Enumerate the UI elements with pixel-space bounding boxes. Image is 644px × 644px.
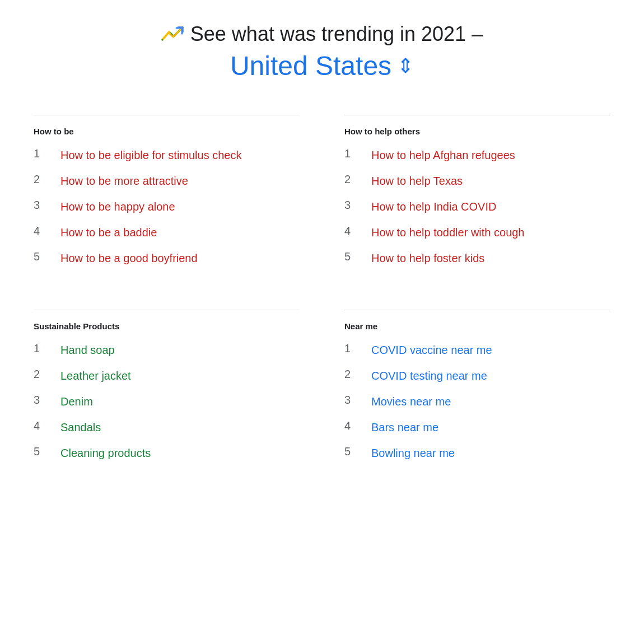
category-title-sustainable: Sustainable Products [34,321,300,331]
trend-rank: 2 [34,173,45,186]
list-item[interactable]: 5How to help foster kids [344,250,610,266]
trend-label: Bars near me [371,419,438,435]
list-item[interactable]: 1COVID vaccine near me [344,342,610,358]
list-item[interactable]: 3Movies near me [344,394,610,409]
list-item[interactable]: 2How to help Texas [344,173,610,189]
list-item[interactable]: 4Sandals [34,419,300,435]
trend-label: Denim [60,394,93,409]
trend-rank: 4 [34,419,45,432]
trend-rank: 1 [34,342,45,355]
trend-rank: 5 [34,250,45,263]
trend-rank: 5 [344,250,356,263]
trend-rank: 2 [344,173,356,186]
list-item[interactable]: 2How to be more attractive [34,173,300,189]
list-item[interactable]: 4How to be a baddie [34,225,300,240]
category-title-how-to-be: How to be [34,127,300,136]
trend-label: COVID testing near me [371,368,487,384]
trend-rank: 3 [34,199,45,212]
trend-label: Cleaning products [60,445,151,461]
trend-label: Hand soap [60,342,115,358]
trend-label: Bowling near me [371,445,455,461]
trend-rank: 4 [344,419,356,432]
category-sustainable: Sustainable Products1Hand soap2Leather j… [34,310,300,471]
trend-rank: 3 [34,394,45,407]
list-item[interactable]: 5Bowling near me [344,445,610,461]
trend-label: How to be eligible for stimulus check [60,147,241,163]
trend-rank: 2 [34,368,45,381]
trend-list-how-to-help: 1How to help Afghan refugees2How to help… [344,147,610,266]
trend-label: How to help India COVID [371,199,496,214]
location-selector[interactable]: United States ⇕ [161,50,483,81]
list-item[interactable]: 2Leather jacket [34,368,300,384]
trend-rank: 5 [344,445,356,458]
category-near-me: Near me1COVID vaccine near me2COVID test… [344,310,610,471]
trend-rank: 4 [344,225,356,237]
trend-label: How to be a good boyfriend [60,250,198,266]
trend-rank: 3 [344,199,356,212]
list-item[interactable]: 3Denim [34,394,300,409]
list-item[interactable]: 3How to help India COVID [344,199,610,214]
list-item[interactable]: 2COVID testing near me [344,368,610,384]
list-item[interactable]: 4How to help toddler with cough [344,225,610,240]
category-how-to-be: How to be1How to be eligible for stimulu… [34,115,300,276]
list-item[interactable]: 3How to be happy alone [34,199,300,214]
trend-rank: 3 [344,394,356,407]
title-text: See what was trending in 2021 – [190,22,483,46]
trend-label: Sandals [60,419,101,435]
trend-rank: 2 [344,368,356,381]
trend-rank: 1 [34,147,45,160]
page-title: See what was trending in 2021 – [161,22,483,46]
sort-chevron-icon: ⇕ [397,54,414,78]
trend-rank: 4 [34,225,45,237]
category-title-near-me: Near me [344,321,610,331]
trend-label: How to help foster kids [371,250,484,266]
trend-label: How to be a baddie [60,225,157,240]
trend-rank: 1 [344,342,356,355]
trend-label: How to help Texas [371,173,463,189]
page-header: See what was trending in 2021 – United S… [161,22,483,81]
trend-label: How to help toddler with cough [371,225,525,240]
trend-list-sustainable: 1Hand soap2Leather jacket3Denim4Sandals5… [34,342,300,461]
trending-grid: How to be1How to be eligible for stimulu… [34,115,610,471]
trend-label: COVID vaccine near me [371,342,492,358]
category-how-to-help: How to help others1How to help Afghan re… [344,115,610,276]
trend-label: Leather jacket [60,368,131,384]
trending-icon [161,23,184,45]
trend-label: Movies near me [371,394,451,409]
list-item[interactable]: 5How to be a good boyfriend [34,250,300,266]
trend-rank: 1 [344,147,356,160]
list-item[interactable]: 4Bars near me [344,419,610,435]
trend-label: How to be happy alone [60,199,175,214]
trend-label: How to help Afghan refugees [371,147,515,163]
category-title-how-to-help: How to help others [344,127,610,136]
trend-list-how-to-be: 1How to be eligible for stimulus check2H… [34,147,300,266]
trend-label: How to be more attractive [60,173,188,189]
location-name: United States [230,50,391,81]
list-item[interactable]: 1How to be eligible for stimulus check [34,147,300,163]
trend-rank: 5 [34,445,45,458]
list-item[interactable]: 1How to help Afghan refugees [344,147,610,163]
list-item[interactable]: 5Cleaning products [34,445,300,461]
list-item[interactable]: 1Hand soap [34,342,300,358]
trend-list-near-me: 1COVID vaccine near me2COVID testing nea… [344,342,610,461]
